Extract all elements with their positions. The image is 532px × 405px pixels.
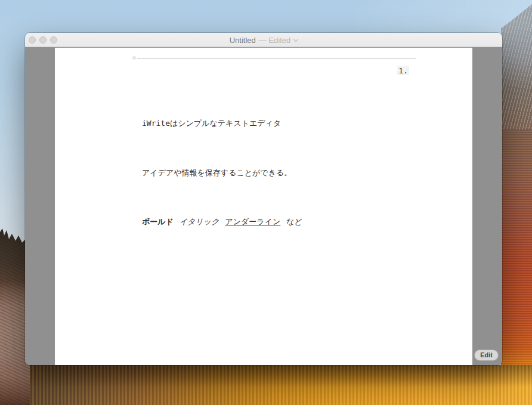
text-line: アイデアや情報を保存することができる。 <box>142 165 449 181</box>
document-page[interactable]: 1. iWriteはシンプルなテキストエディタ アイデアや情報を保存することがで… <box>55 48 472 365</box>
page-number: 1. <box>321 66 409 75</box>
ruler-marker <box>132 56 136 60</box>
chevron-down-icon[interactable] <box>293 37 298 42</box>
plain-text: など <box>286 217 302 226</box>
window-title: Untitled — Edited <box>25 33 502 47</box>
underline-text: アンダーライン <box>225 217 280 226</box>
editor-window: Untitled — Edited 1. iWriteはシンプルなテキストエディ… <box>25 33 502 365</box>
edit-button[interactable]: Edit <box>474 350 499 361</box>
document-title: Untitled <box>230 36 256 45</box>
desktop-wallpaper: Untitled — Edited 1. iWriteはシンプルなテキストエディ… <box>0 0 532 405</box>
text-line: iWriteはシンプルなテキストエディタ <box>142 115 449 132</box>
wallpaper-mountain <box>501 0 532 405</box>
edited-status: — Edited <box>259 36 290 45</box>
text-line-formatted: ボールドイタリックアンダーラインなど <box>142 214 449 230</box>
document-text: iWriteはシンプルなテキストエディタ アイデアや情報を保存することができる。… <box>142 82 449 263</box>
wallpaper-autumn-foliage <box>0 365 532 405</box>
window-content-margin: 1. iWriteはシンプルなテキストエディタ アイデアや情報を保存することがで… <box>25 48 502 365</box>
italic-text: イタリック <box>180 217 219 226</box>
ruler-divider-line <box>137 58 416 59</box>
bold-text: ボールド <box>142 217 174 226</box>
titlebar[interactable]: Untitled — Edited <box>25 33 502 47</box>
